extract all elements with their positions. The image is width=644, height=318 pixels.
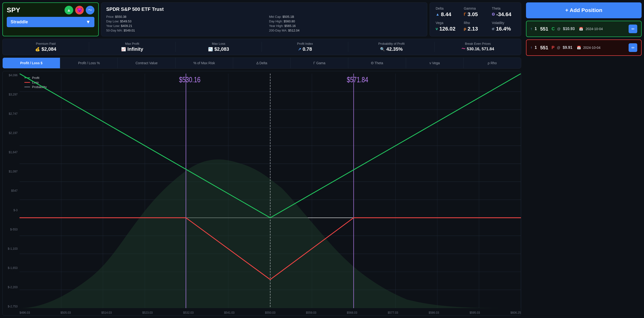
put-at-label: @ (557, 46, 560, 50)
position-card-put: ↑ 1 551 P @ $9.91 📅 2024-10-04 ✏ (526, 39, 642, 56)
vega-label: Vega (436, 21, 459, 25)
tab-profit-loss-pct[interactable]: Profit / Loss % (60, 58, 118, 68)
trend-up-icon: 📈 (121, 47, 126, 51)
index-icon: ↗ (298, 47, 301, 51)
pulse-icon: 〜 (462, 46, 465, 51)
ticker-box: SPY ▲ 😈 〜 Straddle ▼ (2, 2, 99, 36)
money-bag-icon: 💰 (35, 47, 40, 51)
tab-pct-max-risk[interactable]: % of Max Risk (176, 58, 233, 68)
put-date: 2024-10-04 (583, 46, 601, 50)
right-panel: + Add Position ↑ 1 551 C @ $10.93 📅 2024… (524, 0, 644, 318)
position-card-call: ↑ 1 551 C @ $10.93 📅 2024-10-04 ✏ (526, 21, 642, 37)
prob-profit-label: Probability of Profit (378, 42, 404, 45)
y-axis: $4,096 $3,297 $2,747 $2,197 $1,647 $1,09… (3, 74, 19, 308)
call-price: $10.93 (563, 27, 575, 31)
theta-label: Theta (492, 6, 515, 10)
tab-vega[interactable]: ν Vega (406, 58, 464, 68)
trend-icon[interactable]: 〜 (86, 6, 94, 14)
greeks-box: Delta ▲ 8.44 Gamma Γ 3.05 Theta (430, 2, 521, 36)
strategy-label: Straddle (10, 19, 28, 24)
breakeven-value: 〜 530.16, 571.84 (462, 46, 494, 51)
stock-daylow: Day Low: $549.53 (106, 19, 260, 23)
breakeven-label: Break Even Prices (465, 42, 491, 45)
bullish-icon[interactable]: ▲ (64, 6, 73, 14)
delta-value: ▲ 8.44 (436, 11, 459, 17)
bearish-icon[interactable]: 😈 (75, 6, 84, 14)
edit-put-button[interactable]: ✏ (628, 43, 637, 52)
premium-paid-value: 💰 $2,084 (35, 46, 56, 52)
gamma-icon: Γ (464, 12, 466, 16)
tab-contract-value[interactable]: Contract Value (118, 58, 175, 68)
prob-profit-metric: Probability of Profit 🔍 42.35% (348, 42, 435, 52)
trend-down-icon: 📉 (208, 47, 213, 51)
metrics-row: Premium Paid 💰 $2,084 Max Profit 📈 Infin… (2, 39, 521, 55)
tab-rho[interactable]: ρ Rho (464, 58, 521, 68)
max-profit-value: 📈 Infinity (121, 46, 143, 52)
vega-value: ν 126.02 (436, 26, 459, 32)
delta-icon: ▲ (436, 12, 440, 16)
sigma-icon: σ (492, 27, 494, 31)
edit-call-button[interactable]: ✏ (628, 24, 637, 33)
theta-value: Θ -34.64 (492, 11, 515, 17)
calendar-icon-put: 📅 (577, 46, 581, 50)
put-qty: 1 (535, 45, 537, 50)
tab-delta[interactable]: Δ Delta (233, 58, 291, 68)
stock-name: SPDR S&P 500 ETF Trust (106, 6, 422, 12)
profit-loss-chart: $530.16 $571.84 (20, 74, 521, 308)
max-profit-label: Max Profit (125, 42, 139, 45)
max-profit-metric: Max Profit 📈 Infinity (89, 42, 176, 52)
gamma-value: Γ 3.05 (464, 11, 487, 17)
volatility-label: Volatility (492, 21, 515, 25)
stock-ma50: 50-Day MA: $549.01 (106, 29, 260, 32)
tab-theta[interactable]: Θ Theta (348, 58, 406, 68)
stock-yearhigh: Year High: $565.16 (269, 24, 422, 28)
rho-icon: ρ (464, 27, 466, 31)
max-loss-label: Max Loss (212, 42, 226, 45)
top-section: SPY ▲ 😈 〜 Straddle ▼ SPDR S&P 500 ETF Tr… (2, 2, 521, 36)
chart-container: $4,096 $3,297 $2,747 $2,197 $1,647 $1,09… (2, 71, 521, 316)
put-price: $9.91 (563, 45, 572, 50)
profit-index-label: Profit Index (297, 42, 313, 45)
vega-item: Vega ν 126.02 (436, 21, 459, 32)
tab-profit-loss-dollar[interactable]: Profit / Loss $ (3, 58, 60, 68)
search-icon: 🔍 (380, 47, 385, 51)
rho-label: Rho (464, 21, 487, 25)
put-type: P (552, 45, 554, 50)
premium-paid-label: Premium Paid (36, 42, 56, 45)
rho-value: ρ 2.13 (464, 26, 487, 32)
strategy-select[interactable]: Straddle ▼ (7, 17, 94, 27)
vega-icon: ν (436, 27, 438, 31)
stock-dayhigh: Day High: $560.80 (269, 19, 422, 23)
gamma-item: Gamma Γ 3.05 (464, 6, 487, 18)
stock-price: Price: $550.38 (106, 15, 260, 18)
stock-info-box: SPDR S&P 500 ETF Trust Price: $550.38 Mk… (101, 2, 427, 36)
stock-yearlow: Year Low: $409.21 (106, 24, 260, 28)
calendar-icon-call: 📅 (579, 27, 583, 31)
svg-text:$530.16: $530.16 (179, 76, 200, 84)
prob-profit-value: 🔍 42.35% (380, 46, 403, 52)
x-axis: $496.03 $505.03 $514.03 $523.03 $532.03 … (20, 311, 521, 315)
theta-icon: Θ (492, 12, 495, 16)
chevron-down-icon: ▼ (86, 19, 90, 25)
tabs-row: Profit / Loss $ Profit / Loss % Contract… (2, 57, 521, 69)
svg-text:$571.84: $571.84 (347, 76, 368, 84)
add-position-button[interactable]: + Add Position (526, 2, 642, 18)
put-strike: 551 (540, 45, 548, 50)
call-qty: 1 (535, 27, 537, 31)
stock-mktcap: Mkt Cap: $505.1B (269, 15, 422, 18)
ticker-symbol: SPY (7, 6, 62, 14)
profit-index-value: ↗ 0.78 (298, 46, 312, 52)
volatility-item: Volatility σ 16.4% (492, 21, 515, 32)
stock-ma200: 200-Day MA: $512.04 (269, 29, 422, 32)
call-strike: 551 (540, 26, 548, 32)
up-arrow-icon-put: ↑ (530, 45, 532, 50)
call-type: C (552, 26, 555, 31)
tab-gamma[interactable]: Γ Gama (291, 58, 348, 68)
rho-item: Rho ρ 2.13 (464, 21, 487, 32)
call-at-label: @ (557, 27, 560, 31)
max-loss-value: 📉 $2,083 (208, 46, 229, 52)
profit-index-metric: Profit Index ↗ 0.78 (262, 42, 348, 52)
breakeven-metric: Break Even Prices 〜 530.16, 571.84 (435, 42, 521, 52)
ticker-icons: ▲ 😈 〜 (64, 6, 94, 14)
max-loss-metric: Max Loss 📉 $2,083 (176, 42, 262, 52)
